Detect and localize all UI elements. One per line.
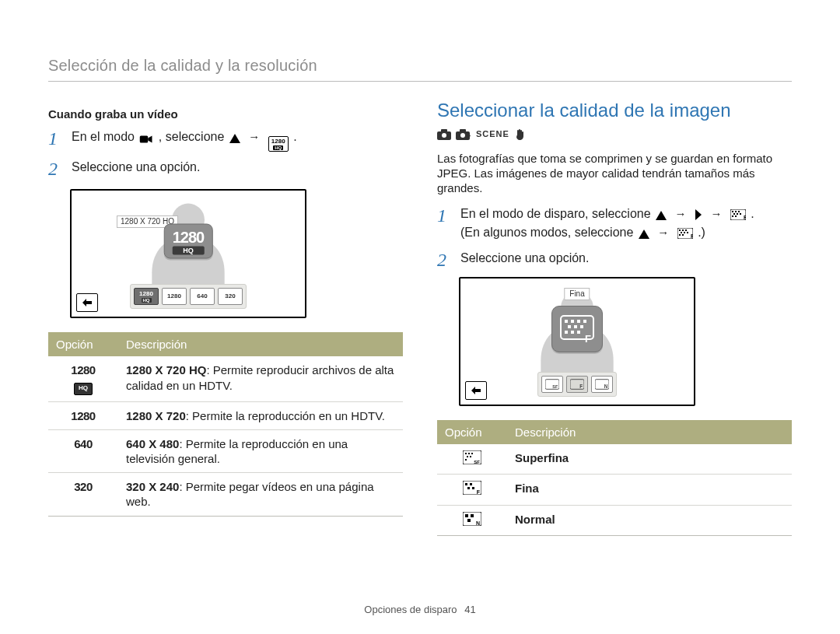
svg-text:F: F [585, 333, 591, 343]
svg-rect-53 [470, 456, 471, 457]
step-number: 1 [437, 206, 453, 225]
step-number: 1 [48, 129, 64, 148]
svg-rect-39 [571, 331, 574, 334]
svg-point-7 [460, 133, 465, 138]
t: (En algunos modos, seleccione [460, 226, 633, 239]
svg-rect-6 [460, 129, 466, 132]
footer-section: Opciones de disparo [364, 604, 457, 615]
svg-rect-40 [577, 331, 580, 334]
quality-f-icon: F [677, 227, 693, 243]
page-number: 41 [464, 604, 475, 615]
svg-rect-17 [735, 215, 737, 217]
svg-rect-26 [679, 234, 681, 236]
svg-text:F: F [691, 233, 693, 239]
svg-rect-32 [571, 320, 574, 323]
svg-rect-25 [687, 232, 688, 233]
chevron-right-icon [695, 208, 702, 224]
thumb-320[interactable]: 320 [218, 288, 243, 305]
thumb-640[interactable]: 640 [190, 288, 215, 305]
svg-rect-11 [735, 211, 737, 212]
page-footer: Opciones de disparo 41 [0, 604, 840, 617]
opt-desc: Normal [507, 505, 792, 535]
opt-icon: 640 [48, 429, 118, 472]
svg-text:N: N [604, 384, 608, 389]
preview-label: Fina [564, 288, 590, 300]
subhead-video: Cuando graba un vídeo [48, 107, 403, 121]
quality-table: Opción Descripción SF Superfina F [437, 420, 792, 536]
back-button[interactable] [465, 381, 487, 400]
video-preview: 1280 X 720 HQ 1280HQ 1280HQ 1280 640 320 [70, 189, 306, 318]
page-header: Selección de la calidad y la resolución [48, 56, 792, 82]
step-text: Seleccione una opción. [460, 250, 792, 266]
svg-rect-64 [471, 514, 474, 517]
opt-icon: 1280 [48, 401, 118, 429]
svg-rect-0 [140, 135, 149, 142]
svg-rect-51 [471, 453, 473, 454]
svg-rect-13 [733, 213, 735, 215]
svg-text:SF: SF [474, 460, 480, 464]
table-row: 640 640 X 480: Permite la reproducción e… [48, 429, 403, 472]
opt-desc: 640 X 480: Permite la reproducción en un… [118, 429, 403, 472]
scene-icon: SCENE [476, 128, 509, 144]
svg-text:F: F [744, 215, 746, 220]
thumb-1280[interactable]: 1280 [162, 288, 187, 305]
hand-icon [514, 128, 527, 144]
step-text: En el modo de disparo, seleccione → → F … [460, 206, 792, 243]
svg-rect-36 [574, 325, 577, 328]
opt-desc: Superfina [507, 444, 792, 475]
arrow-icon: → [657, 225, 669, 240]
steps-left: 1 En el modo , seleccione → 1280HQ [48, 129, 403, 179]
thumb-row: SF F N [537, 372, 617, 397]
svg-rect-35 [568, 325, 571, 328]
svg-rect-16 [732, 215, 733, 217]
svg-rect-38 [565, 331, 568, 334]
thumb-1280hq[interactable]: 1280HQ [134, 288, 159, 305]
opt-icon: SF [437, 444, 507, 475]
step-2: 2 Seleccione una opción. [48, 159, 403, 178]
svg-rect-22 [685, 229, 687, 231]
svg-rect-12 [738, 211, 740, 212]
t: . [293, 130, 296, 143]
columns: Cuando graba un vídeo 1 En el modo , sel… [48, 99, 792, 536]
up-triangle-icon [656, 208, 667, 224]
camera-p-icon: P [456, 128, 471, 144]
step-text: Seleccione una opción. [72, 159, 403, 175]
svg-rect-34 [583, 320, 586, 323]
page: Selección de la calidad y la resolución … [0, 0, 840, 634]
svg-rect-57 [465, 483, 467, 485]
svg-rect-20 [679, 229, 681, 231]
step-text: En el modo , seleccione → 1280HQ . [72, 129, 403, 152]
svg-rect-24 [684, 232, 685, 233]
opt-icon: N [437, 505, 507, 535]
quality-f-big-icon: F [551, 306, 603, 352]
svg-rect-54 [465, 459, 467, 461]
step-1: 1 En el modo de disparo, seleccione → → … [437, 206, 792, 243]
back-button[interactable] [76, 293, 98, 312]
svg-rect-21 [682, 229, 684, 231]
mode-icons: P SCENE [437, 128, 792, 144]
svg-rect-14 [737, 213, 738, 215]
table-row: SF Superfina [437, 444, 792, 475]
thumb-superfine[interactable]: SF [541, 376, 563, 393]
svg-rect-3 [441, 129, 447, 132]
thumb-normal[interactable]: N [591, 376, 613, 393]
quality-preview: Fina F SF [459, 277, 695, 406]
svg-rect-59 [467, 487, 470, 489]
thumb-fine[interactable]: F [566, 376, 588, 393]
preview-badge: F [551, 306, 603, 352]
svg-rect-65 [467, 519, 471, 522]
svg-rect-15 [740, 213, 741, 215]
t: En el modo [72, 130, 135, 143]
svg-text:F: F [477, 489, 481, 495]
th-desc: Descripción [507, 420, 792, 444]
t: En el modo de disparo, seleccione [460, 207, 651, 220]
svg-rect-58 [470, 483, 472, 485]
up-triangle-icon [229, 131, 240, 147]
camera-icon [437, 128, 451, 144]
svg-rect-60 [472, 487, 474, 489]
arrow-icon: → [710, 206, 722, 221]
svg-rect-27 [682, 234, 684, 236]
step-number: 2 [437, 250, 453, 269]
col-left: Cuando graba un vídeo 1 En el modo , sel… [48, 99, 403, 536]
t: . [751, 207, 754, 220]
